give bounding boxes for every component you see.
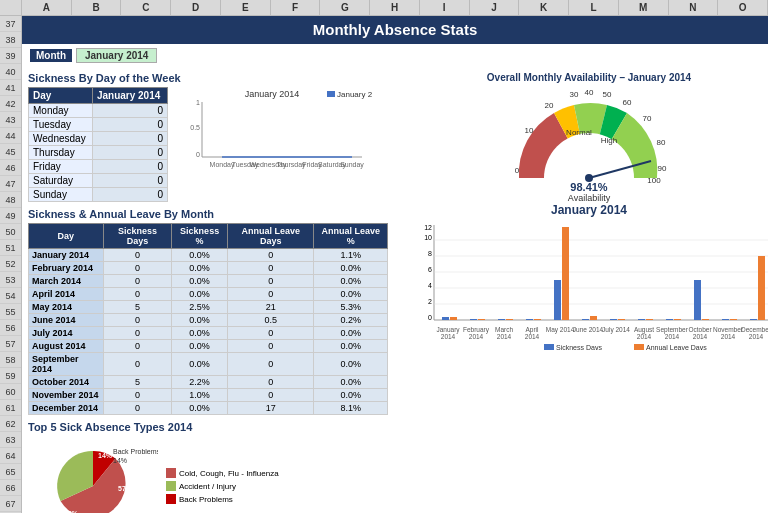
legend-item-accident: Accident / Injury	[166, 481, 279, 491]
svg-text:2014: 2014	[441, 333, 456, 340]
svg-text:July 2014: July 2014	[602, 326, 630, 334]
svg-text:Back Problems: Back Problems	[113, 448, 158, 455]
col-sick-pct: Sickness %	[172, 224, 228, 249]
col-J: J	[470, 0, 520, 15]
bar-feb-annual	[478, 319, 485, 320]
svg-rect-64	[702, 319, 709, 320]
bar-may-annual	[562, 227, 569, 320]
bar-chart-title: January 2014	[394, 203, 768, 217]
svg-text:October: October	[688, 326, 712, 333]
svg-text:2014: 2014	[525, 333, 540, 340]
svg-text:Sunday: Sunday	[340, 161, 364, 169]
spreadsheet: A B C D E F G H I J K L M N O 37 38 39 4…	[0, 0, 768, 513]
svg-text:March: March	[495, 326, 513, 333]
svg-text:2014: 2014	[749, 333, 764, 340]
col-E: E	[221, 0, 271, 15]
svg-text:4: 4	[428, 282, 432, 289]
table-row: Saturday0	[29, 174, 168, 188]
top5-title: Top 5 Sick Absence Types 2014	[28, 421, 388, 433]
sickness-by-day-table: Day January 2014 Monday0 Tuesday0 Wednes…	[28, 87, 168, 202]
day-chart-svg: January 2014 January 2014 0 0.5	[172, 87, 372, 177]
col-G: G	[320, 0, 370, 15]
svg-text:Availability: Availability	[568, 193, 611, 203]
svg-text:0: 0	[428, 314, 432, 321]
month-label: Month	[30, 49, 72, 62]
svg-text:12: 12	[424, 224, 432, 231]
svg-text:30: 30	[570, 90, 579, 99]
table-row: July 201400.0%00.0%	[29, 327, 388, 340]
svg-text:High: High	[601, 136, 617, 145]
svg-rect-62	[666, 319, 673, 320]
bar-oct-sick	[694, 280, 701, 320]
sickness-by-day-title: Sickness By Day of the Week	[28, 72, 388, 84]
svg-text:2014: 2014	[721, 333, 736, 340]
svg-text:80: 80	[657, 138, 666, 147]
legend-item-back: Back Problems	[166, 494, 279, 504]
table-row: June 201400.0%0.50.2%	[29, 314, 388, 327]
svg-text:0: 0	[196, 151, 200, 158]
col-jan2014: January 2014	[92, 88, 167, 104]
table-row: December 201400.0%178.1%	[29, 402, 388, 415]
sheet-content: Monthly Absence Stats Month January 2014…	[22, 16, 768, 513]
col-month: Day	[29, 224, 104, 249]
gauge-svg: 0 10 20 30 40 50 60 70 80 90 100	[499, 83, 679, 203]
col-K: K	[519, 0, 569, 15]
svg-text:20: 20	[545, 101, 554, 110]
svg-rect-59	[618, 319, 625, 320]
svg-text:June 2014: June 2014	[573, 326, 604, 333]
svg-text:60: 60	[623, 98, 632, 107]
table-row: January 201400.0%01.1%	[29, 249, 388, 262]
col-N: N	[669, 0, 719, 15]
month-value[interactable]: January 2014	[76, 48, 157, 63]
svg-rect-65	[722, 319, 729, 320]
svg-text:14%: 14%	[98, 452, 113, 459]
availability-title: Overall Monthly Availability – January 2…	[394, 72, 768, 83]
svg-text:70: 70	[643, 114, 652, 123]
col-I: I	[420, 0, 470, 15]
bar-may-sick	[554, 280, 561, 320]
svg-text:50: 50	[603, 90, 612, 99]
svg-text:Annual Leave Days: Annual Leave Days	[646, 344, 707, 350]
svg-text:2: 2	[428, 298, 432, 305]
col-day: Day	[29, 88, 93, 104]
table-row: August 201400.0%00.0%	[29, 340, 388, 353]
svg-rect-57	[590, 316, 597, 320]
col-A: A	[22, 0, 72, 15]
col-H: H	[370, 0, 420, 15]
legend-item-cold: Cold, Cough, Flu - Influenza	[166, 468, 279, 478]
bar-dec-annual	[758, 256, 765, 320]
svg-rect-54	[526, 319, 533, 320]
col-B: B	[72, 0, 122, 15]
svg-rect-63	[674, 319, 681, 320]
availability-section: Overall Monthly Availability – January 2…	[394, 72, 768, 203]
svg-text:Sickness Days: Sickness Days	[556, 344, 602, 350]
monthly-title: Sickness & Annual Leave By Month	[28, 208, 388, 220]
svg-rect-1	[327, 91, 335, 97]
table-row: May 201452.5%215.3%	[29, 301, 388, 314]
svg-rect-53	[506, 319, 513, 320]
svg-text:90: 90	[658, 164, 667, 173]
column-headers: A B C D E F G H I J K L M N O	[0, 0, 768, 16]
table-row: November 201401.0%00.0%	[29, 389, 388, 402]
svg-text:January 2014: January 2014	[245, 89, 300, 99]
svg-text:2014: 2014	[637, 333, 652, 340]
col-annual-days: Annual Leave Days	[228, 224, 314, 249]
bar-jan-sick	[442, 317, 449, 320]
svg-rect-89	[544, 344, 554, 350]
svg-text:6: 6	[428, 266, 432, 273]
table-row: Friday0	[29, 160, 168, 174]
col-annual-pct: Annual Leave %	[314, 224, 388, 249]
col-L: L	[569, 0, 619, 15]
svg-text:May 2014: May 2014	[546, 326, 575, 334]
table-row: Thursday0	[29, 146, 168, 160]
bar-jan-annual	[450, 317, 457, 320]
gauge-wrapper: 0 10 20 30 40 50 60 70 80 90 100	[394, 83, 768, 203]
month-selector: Month January 2014	[22, 44, 768, 66]
svg-rect-61	[646, 319, 653, 320]
svg-text:0.5: 0.5	[190, 124, 200, 131]
table-row: March 201400.0%00.0%	[29, 275, 388, 288]
svg-rect-55	[534, 319, 541, 320]
table-row: Wednesday0	[29, 132, 168, 146]
sickness-by-day-chart: January 2014 January 2014 0 0.5	[172, 87, 388, 179]
svg-text:November: November	[713, 326, 744, 333]
